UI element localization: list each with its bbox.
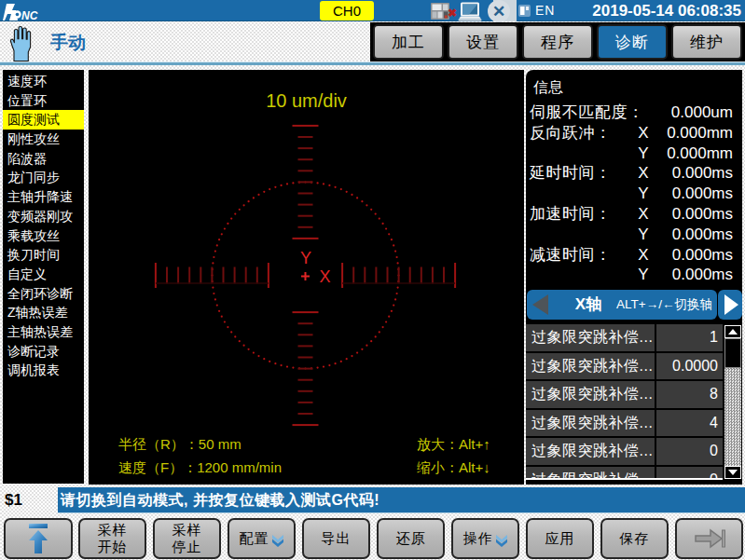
- nav-settings-button[interactable]: 设置: [448, 24, 518, 60]
- nav-program-button[interactable]: 程序: [522, 24, 593, 60]
- svg-text:Y: Y: [300, 249, 311, 267]
- channel-badge[interactable]: CH0: [320, 1, 374, 20]
- param-name: 过象限突跳补偿...: [531, 438, 653, 465]
- diagnosis-menu-item[interactable]: 全闭环诊断: [3, 284, 84, 304]
- diagnosis-menu-item[interactable]: 调机报表: [3, 361, 84, 380]
- scrollbar-thumb[interactable]: [724, 338, 741, 368]
- info-row-label: 减速时间：: [530, 245, 612, 266]
- info-row: 伺服不匹配度： 0.000um: [526, 102, 742, 123]
- info-row-value: 0.000um: [671, 102, 733, 123]
- param-value: 8: [710, 381, 718, 408]
- info-row-label: 伺服不匹配度：: [530, 102, 644, 123]
- compensation-param-table: 过象限突跳补偿... 1 过象限突跳补偿... 0.0000 过象限突跳补偿..…: [526, 324, 723, 478]
- circularity-plot: XY 10 um/div 半径（R）：50 mm 速度（F）：1200 mm/m…: [89, 70, 524, 485]
- scroll-down-icon: [728, 470, 738, 475]
- param-table-row[interactable]: 过象限突跳补偿... 8: [526, 381, 723, 408]
- diagnosis-menu-item[interactable]: Z轴热误差: [3, 303, 84, 322]
- nav-maintenance-button[interactable]: 维护: [671, 24, 742, 60]
- diagnosis-menu-item[interactable]: 陷波器: [3, 149, 84, 169]
- diagnosis-menu-item[interactable]: 主轴热误差: [3, 322, 84, 342]
- diagnosis-menu-item[interactable]: 位置环: [3, 91, 84, 111]
- plot-zoom-hints: 放大：Alt+↑ 缩小：Alt+↓: [417, 433, 490, 479]
- scroll-up-button[interactable]: [724, 325, 741, 338]
- param-name: 过象限突跳补偿...: [531, 467, 653, 478]
- nav-diagnosis-button[interactable]: 诊断: [597, 24, 668, 60]
- laptop-icon: [458, 2, 482, 21]
- info-row: 反向跃冲： X 0.000mm: [526, 123, 742, 143]
- datetime-display: 2019-05-14 06:08:35: [592, 0, 741, 21]
- diagnosis-menu-item[interactable]: 刚性攻丝: [3, 130, 84, 149]
- diagnosis-menu-item[interactable]: 自定义: [3, 265, 84, 284]
- axis-switch-hint: ALT+→/←切换轴: [616, 290, 712, 320]
- diagnosis-menu-item[interactable]: 主轴升降速: [3, 187, 84, 207]
- next-page-button[interactable]: [675, 518, 743, 559]
- title-bar: NC CH0 ✖ ✕ EN 2019-05-14 06:08:35: [0, 0, 745, 21]
- scrollbar-track[interactable]: [724, 338, 741, 466]
- connection-x-icon: ✕: [488, 0, 510, 22]
- diagnosis-menu-item[interactable]: 速度环: [3, 72, 84, 91]
- next-axis-icon: [724, 294, 738, 315]
- feedrate-label: 速度（F）：1200 mm/min: [118, 457, 282, 480]
- save-button[interactable]: 保存: [600, 518, 669, 559]
- apply-button[interactable]: 应用: [526, 518, 594, 559]
- info-row: 延时时间： X 0.000ms: [526, 163, 742, 184]
- table-scrollbar: [724, 325, 741, 479]
- info-row-value: 0.000ms: [672, 163, 733, 184]
- info-row-value: 0.000ms: [672, 184, 733, 204]
- operation-button-label: 操作: [463, 530, 493, 547]
- status-message-bar: 请切换到自动模式, 并按复位键载入测试G代码!: [58, 487, 745, 513]
- info-row: Y 0.000mm: [526, 143, 742, 164]
- previous-axis-icon[interactable]: [532, 294, 548, 315]
- param-name: 过象限突跳补偿...: [531, 353, 653, 380]
- param-table-row[interactable]: 过象限突跳补偿... 0: [526, 467, 723, 478]
- main-nav: 加工 设置 程序 诊断 维护: [370, 22, 745, 61]
- next-axis-button[interactable]: [718, 290, 742, 320]
- crosshair-axes-and-reference-circle: XY: [89, 70, 524, 485]
- info-row-value: 0.000ms: [672, 265, 733, 285]
- info-row: Y 0.000ms: [526, 225, 742, 245]
- sampling-start-button[interactable]: 采样 开始: [78, 518, 146, 559]
- param-name: 过象限突跳补偿...: [531, 324, 653, 351]
- plot-parameters: 半径（R）：50 mm 速度（F）：1200 mm/min: [118, 433, 282, 479]
- info-row-value: 0.000ms: [672, 204, 733, 225]
- config-button[interactable]: 配置: [228, 518, 296, 559]
- diagnosis-menu-item[interactable]: 龙门同步: [3, 168, 84, 187]
- diagnosis-menu-item[interactable]: 圆度测试: [3, 110, 84, 130]
- chevron-down-icon: [271, 535, 284, 547]
- diagnosis-menu-item[interactable]: 诊断记录: [3, 342, 84, 362]
- restore-button[interactable]: 还原: [377, 518, 445, 559]
- zoom-in-hint: 放大：Alt+↑: [417, 433, 490, 457]
- logo-text: NC: [21, 9, 38, 20]
- diagnosis-menu-item[interactable]: 变频器刚攻: [3, 207, 84, 226]
- nav-machining-button[interactable]: 加工: [373, 24, 444, 60]
- param-value: 0: [710, 467, 718, 478]
- param-table-row[interactable]: 过象限突跳补偿... 0.0000: [526, 353, 723, 380]
- load-gcode-icon: [24, 523, 52, 554]
- language-indicator[interactable]: EN: [535, 0, 555, 21]
- zoom-out-hint: 缩小：Alt+↓: [417, 457, 490, 480]
- param-name: 过象限突跳补偿...: [531, 381, 653, 408]
- info-row-value: 0.000ms: [672, 225, 733, 245]
- column-divider: [655, 353, 656, 380]
- param-table-row[interactable]: 过象限突跳补偿... 1: [526, 324, 723, 351]
- param-table-row[interactable]: 过象限突跳补偿... 0: [526, 438, 723, 465]
- diagnosis-menu-item[interactable]: 换刀时间: [3, 245, 84, 265]
- manual-mode-hand-icon: [8, 24, 33, 62]
- svg-text:X: X: [319, 267, 330, 286]
- disconnected-x-icon: ✖: [448, 7, 457, 20]
- config-button-label: 配置: [240, 530, 269, 547]
- diagnosis-menu: 速度环 位置环 圆度测试 刚性攻丝 陷波器 龙门同步 主轴升降速 变频器刚攻 乘…: [3, 70, 84, 484]
- table-bottom-line: [526, 478, 723, 480]
- export-button[interactable]: 导出: [302, 518, 370, 559]
- scroll-down-button[interactable]: [724, 466, 741, 479]
- param-value: 0: [710, 438, 718, 465]
- param-value: 0.0000: [672, 353, 718, 380]
- diagnosis-menu-item[interactable]: 乘载攻丝: [3, 226, 84, 246]
- info-row-value: 0.000mm: [667, 123, 733, 143]
- hnc-cnc-screen: NC CH0 ✖ ✕ EN 2019-05-14 06:08:35: [0, 0, 745, 560]
- sampling-stop-button[interactable]: 采样 停止: [153, 518, 221, 559]
- param-table-row[interactable]: 过象限突跳补偿... 4: [526, 410, 723, 437]
- info-row-axis: Y: [636, 265, 651, 285]
- load-gcode-button[interactable]: [4, 518, 73, 559]
- operation-button[interactable]: 操作: [451, 518, 519, 559]
